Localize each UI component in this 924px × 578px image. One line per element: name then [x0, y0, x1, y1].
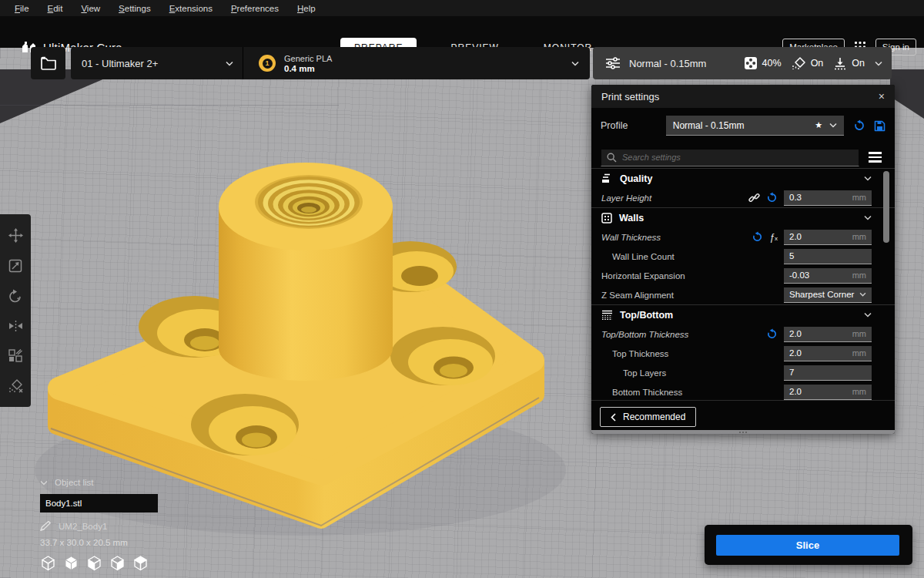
mirror-tool-button[interactable] [6, 317, 25, 335]
menu-extensions[interactable]: Extensions [161, 2, 221, 15]
section-walls[interactable]: Walls [591, 207, 895, 227]
rotate-tool-button[interactable] [6, 287, 25, 305]
profile-value: Normal - 0.15mm [673, 120, 815, 131]
search-row [591, 148, 895, 166]
setting-row-top-thickness[interactable]: Top Thickness 2.0 mm [591, 344, 895, 363]
setting-row-horizontal-expansion[interactable]: Horizontal Expansion -0.03 mm [591, 266, 895, 285]
revert-icon[interactable] [766, 192, 778, 203]
setting-row-wall-thickness[interactable]: Wall Thickness ƒx 2.0 mm [591, 227, 895, 247]
search-icon [607, 153, 617, 163]
printer-name: 01 - Ultimaker 2+ [82, 58, 226, 69]
per-model-settings-button[interactable] [6, 347, 25, 365]
chevron-down-icon [571, 61, 579, 66]
per-model-settings-icon [8, 349, 22, 362]
chevron-down-icon [864, 215, 872, 220]
z-seam-alignment-select[interactable]: Sharpest Corner [784, 287, 872, 303]
revert-icon[interactable] [752, 231, 763, 243]
build-plate-far-edge [0, 105, 339, 106]
menu-view[interactable]: View [72, 2, 109, 15]
wall-line-count-input[interactable]: 5 [784, 249, 872, 264]
setting-row-bottom-thickness[interactable]: Bottom Thickness 2.0 mm [591, 382, 895, 400]
support-blocker-button[interactable] [6, 377, 25, 395]
setting-row-wall-line-count[interactable]: Wall Line Count 5 [591, 247, 895, 266]
object-list-item[interactable]: Body1.stl [40, 494, 158, 512]
part-name: UM2_Body1 [59, 522, 107, 531]
print-settings-summary[interactable]: Normal - 0.15mm 40% On [593, 47, 892, 79]
revert-profile-icon[interactable] [853, 119, 865, 132]
object-list-header[interactable]: Object list [40, 478, 158, 487]
adhesion-value: On [852, 58, 865, 69]
chevron-down-icon [859, 292, 866, 297]
revert-icon[interactable] [766, 328, 778, 340]
search-input[interactable] [622, 153, 853, 162]
menu-settings[interactable]: Settings [110, 2, 159, 15]
scale-icon [8, 259, 22, 273]
top-bottom-thickness-input[interactable]: 2.0 mm [784, 327, 872, 342]
section-quality[interactable]: Quality [591, 168, 895, 188]
panel-footer: Recommended [591, 400, 895, 430]
extruder-number: 1 [263, 59, 273, 69]
profile-actions [853, 119, 886, 132]
view-right-icon[interactable] [132, 555, 149, 571]
settings-scrollbar[interactable] [883, 171, 889, 243]
bottom-thickness-input[interactable]: 2.0 mm [784, 385, 872, 400]
chevron-down-icon [864, 176, 872, 181]
rotate-icon [8, 289, 23, 303]
view-left-icon[interactable] [109, 555, 126, 571]
summary-expand[interactable] [875, 61, 882, 66]
menu-file[interactable]: File [6, 2, 38, 15]
profile-label: Profile [601, 120, 666, 131]
panel-resize-handle[interactable] [591, 430, 895, 434]
view-top-icon[interactable] [86, 555, 102, 571]
save-profile-icon[interactable] [874, 120, 886, 132]
panel-header: Print settings × [591, 85, 895, 108]
setting-row-z-seam-alignment[interactable]: Z Seam Alignment Sharpest Corner [591, 285, 895, 304]
adhesion-summary: On [833, 57, 865, 70]
view-front-icon[interactable] [63, 555, 79, 571]
wall-thickness-input[interactable]: 2.0 mm [784, 230, 872, 245]
chevron-down-icon [40, 480, 48, 486]
profile-dropdown[interactable]: Normal - 0.15mm ★ [666, 116, 844, 136]
top-bottom-icon [601, 310, 613, 320]
mirror-icon [8, 320, 23, 332]
setting-row-layer-height[interactable]: Layer Height 0.3 [591, 188, 895, 207]
move-tool-button[interactable] [6, 227, 25, 245]
menu-help[interactable]: Help [289, 2, 324, 15]
setting-row-top-layers[interactable]: Top Layers 7 [591, 363, 895, 382]
adhesion-icon [833, 57, 847, 70]
view-3d-icon[interactable] [40, 555, 56, 571]
settings-visibility-menu-icon[interactable] [869, 152, 882, 163]
chevron-down-icon [875, 61, 882, 66]
infill-summary: 40% [744, 56, 782, 70]
top-layers-input[interactable]: 7 [784, 365, 872, 381]
chevron-down-icon [226, 61, 233, 66]
transform-toolbar [0, 214, 31, 407]
chevron-down-icon [864, 312, 872, 318]
section-top-bottom[interactable]: Top/Bottom [591, 304, 895, 324]
slice-button[interactable]: Slice [716, 535, 899, 556]
support-icon [792, 57, 806, 70]
scale-tool-button[interactable] [6, 257, 25, 275]
panel-title: Print settings [601, 91, 879, 102]
menu-edit[interactable]: Edit [39, 2, 72, 15]
top-thickness-input[interactable]: 2.0 mm [784, 346, 872, 361]
close-icon[interactable]: × [879, 90, 885, 102]
pencil-icon[interactable] [40, 521, 51, 531]
setting-row-top-bottom-thickness[interactable]: Top/Bottom Thickness 2.0 mm [591, 324, 895, 344]
settings-list[interactable]: Quality Layer Height [591, 168, 895, 400]
open-file-button[interactable] [31, 47, 65, 79]
printer-selector[interactable]: 01 - Ultimaker 2+ [71, 47, 243, 79]
summary-profile-name: Normal - 0.15mm [629, 58, 734, 69]
menu-preferences[interactable]: Preferences [223, 2, 287, 15]
layer-height-input[interactable]: 0.3 mm [784, 190, 872, 206]
nozzle-size: 0.4 mm [284, 64, 571, 73]
horizontal-expansion-input[interactable]: -0.03 mm [784, 268, 872, 284]
link-icon[interactable] [748, 192, 760, 203]
sliders-icon [605, 57, 621, 69]
formula-icon[interactable]: ƒx [769, 232, 778, 243]
search-box[interactable] [601, 149, 859, 166]
support-summary: On [792, 57, 824, 70]
material-selector[interactable]: 1 Generic PLA 0.4 mm [243, 47, 590, 79]
quality-icon [601, 173, 613, 183]
recommended-mode-button[interactable]: Recommended [600, 407, 696, 427]
